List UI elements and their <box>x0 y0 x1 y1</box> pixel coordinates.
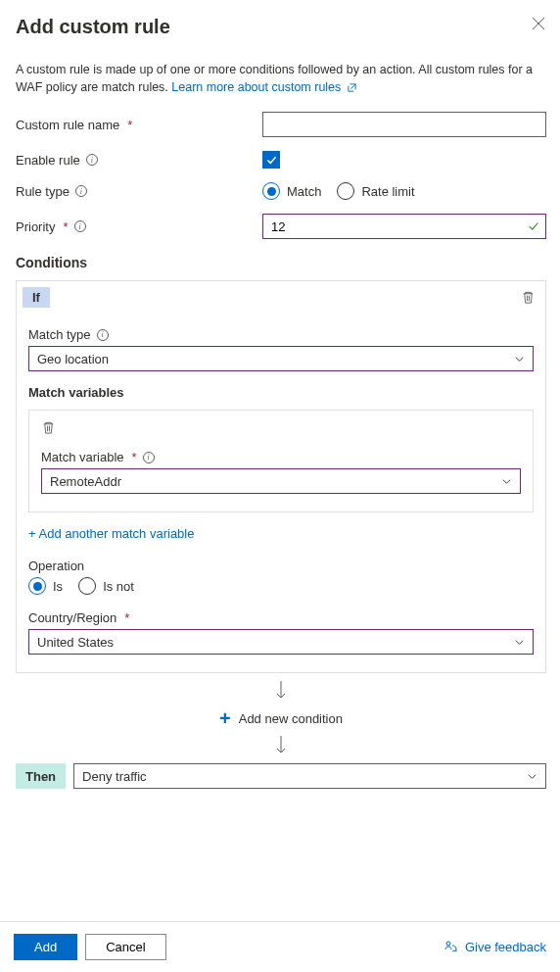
rule-type-rate-limit-radio[interactable]: Rate limit <box>337 182 414 200</box>
plus-icon: + <box>219 708 231 728</box>
priority-label: Priority* i <box>16 219 262 234</box>
chevron-down-icon <box>514 637 525 648</box>
then-action-select[interactable]: Deny traffic <box>73 763 546 789</box>
info-icon[interactable]: i <box>86 154 98 166</box>
cancel-button[interactable]: Cancel <box>85 934 165 960</box>
chevron-down-icon <box>514 354 525 364</box>
feedback-icon <box>443 940 459 955</box>
close-icon[interactable] <box>531 16 546 31</box>
match-type-select[interactable]: Geo location <box>28 346 534 371</box>
learn-more-link[interactable]: Learn more about custom rules <box>171 80 357 94</box>
info-icon[interactable]: i <box>75 185 87 197</box>
custom-rule-name-label: Custom rule name* <box>16 118 262 132</box>
match-variable-label: Match variable* i <box>41 450 521 464</box>
conditions-heading: Conditions <box>16 255 546 270</box>
priority-input[interactable] <box>262 214 546 239</box>
country-select[interactable]: United States <box>28 629 534 655</box>
operation-is-not-radio[interactable]: Is not <box>78 577 134 595</box>
enable-rule-checkbox[interactable] <box>262 151 280 169</box>
delete-condition-icon[interactable] <box>521 290 536 305</box>
then-tag: Then <box>16 763 66 789</box>
give-feedback-link[interactable]: Give feedback <box>443 940 546 955</box>
match-variable-block: Match variable* i RemoteAddr <box>28 410 534 512</box>
match-variable-select[interactable]: RemoteAddr <box>41 468 521 494</box>
match-type-label: Match type i <box>28 327 534 342</box>
add-condition-button[interactable]: + Add new condition <box>16 708 546 728</box>
custom-rule-name-input[interactable] <box>262 112 546 137</box>
if-tag: If <box>23 287 50 308</box>
flow-arrow-icon <box>16 736 546 755</box>
operation-label: Operation <box>28 559 534 573</box>
info-icon[interactable]: i <box>74 220 86 232</box>
enable-rule-label: Enable rule i <box>16 153 262 168</box>
chevron-down-icon <box>501 476 512 487</box>
chevron-down-icon <box>527 771 537 782</box>
rule-type-match-radio[interactable]: Match <box>262 182 321 200</box>
info-icon[interactable]: i <box>97 329 109 341</box>
valid-check-icon <box>527 219 540 233</box>
operation-is-radio[interactable]: Is <box>28 577 63 595</box>
svg-point-0 <box>446 942 450 946</box>
external-link-icon <box>347 82 357 93</box>
country-label: Country/Region* <box>28 610 534 625</box>
description-text: A custom rule is made up of one or more … <box>16 62 546 96</box>
delete-variable-icon[interactable] <box>41 420 56 435</box>
add-button[interactable]: Add <box>14 934 77 960</box>
flow-arrow-icon <box>16 681 546 701</box>
add-match-variable-link[interactable]: + Add another match variable <box>28 526 194 541</box>
condition-block: If Match type i Geo location Match varia… <box>16 280 546 673</box>
info-icon[interactable]: i <box>143 452 155 463</box>
check-icon <box>265 154 278 167</box>
panel-title: Add custom rule <box>16 16 170 38</box>
rule-type-label: Rule type i <box>16 184 262 199</box>
match-variables-heading: Match variables <box>28 385 534 400</box>
